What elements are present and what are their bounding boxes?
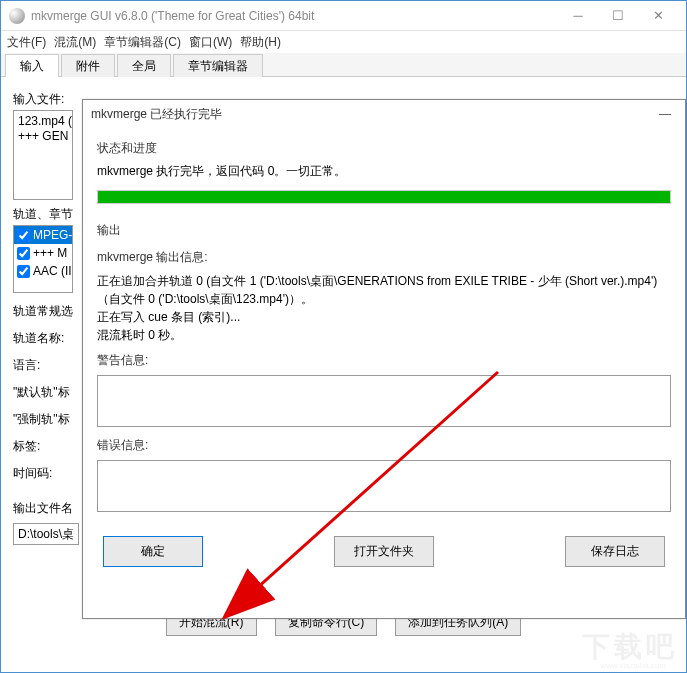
menubar: 文件(F) 混流(M) 章节编辑器(C) 窗口(W) 帮助(H) <box>1 31 686 53</box>
status-section-title: 状态和进度 <box>97 140 671 157</box>
track-checkbox[interactable] <box>17 265 30 278</box>
dialog-title: mkvmerge 已经执行完毕 <box>91 106 653 123</box>
track-label: +++ M <box>33 246 67 260</box>
warning-label: 警告信息: <box>97 352 671 369</box>
tab-attachments[interactable]: 附件 <box>61 54 115 77</box>
minimize-button[interactable]: ─ <box>558 2 598 30</box>
menu-help[interactable]: 帮助(H) <box>240 34 281 51</box>
menu-mux[interactable]: 混流(M) <box>54 34 96 51</box>
menu-chapter[interactable]: 章节编辑器(C) <box>104 34 181 51</box>
menu-window[interactable]: 窗口(W) <box>189 34 232 51</box>
error-box[interactable] <box>97 460 671 512</box>
output-info-label: mkvmerge 输出信息: <box>97 249 671 266</box>
output-line: （自文件 0 ('D:\tools\桌面\123.mp4')）。 <box>97 290 671 308</box>
track-item[interactable]: +++ M <box>14 244 72 262</box>
tracks-list[interactable]: MPEG- +++ M AAC (II <box>13 225 73 293</box>
track-item[interactable]: AAC (II <box>14 262 72 280</box>
track-item[interactable]: MPEG- <box>14 226 72 244</box>
track-checkbox[interactable] <box>17 247 30 260</box>
output-log[interactable]: 正在追加合并轨道 0 (自文件 1 ('D:\tools\桌面\GENERATI… <box>97 272 671 344</box>
menu-file[interactable]: 文件(F) <box>7 34 46 51</box>
input-file-list[interactable]: 123.mp4 ( +++ GEN <box>13 110 73 200</box>
error-label: 错误信息: <box>97 437 671 454</box>
output-line: 正在写入 cue 条目 (索引)... <box>97 308 671 326</box>
output-line: 混流耗时 0 秒。 <box>97 326 671 344</box>
mkvmerge-done-dialog: mkvmerge 已经执行完毕 — 状态和进度 mkvmerge 执行完毕，返回… <box>82 99 686 619</box>
track-label: MPEG- <box>33 228 72 242</box>
progress-bar <box>97 190 671 204</box>
maximize-button[interactable]: ☐ <box>598 2 638 30</box>
file-list-item[interactable]: 123.mp4 ( <box>18 114 68 129</box>
file-list-item[interactable]: +++ GEN <box>18 129 68 144</box>
track-checkbox[interactable] <box>17 229 30 242</box>
open-folder-button[interactable]: 打开文件夹 <box>334 536 434 567</box>
output-line: 正在追加合并轨道 0 (自文件 1 ('D:\tools\桌面\GENERATI… <box>97 272 671 290</box>
tab-chapter-editor[interactable]: 章节编辑器 <box>173 54 263 77</box>
tab-input[interactable]: 输入 <box>5 54 59 77</box>
window-title: mkvmerge GUI v6.8.0 ('Theme for Great Ci… <box>31 9 558 23</box>
output-file-input[interactable]: D:\tools\桌 <box>13 523 79 545</box>
warning-box[interactable] <box>97 375 671 427</box>
watermark-url: www.xiazaiba.com <box>600 661 666 670</box>
close-button[interactable]: ✕ <box>638 2 678 30</box>
output-section-title: 输出 <box>97 222 671 239</box>
app-icon <box>9 8 25 24</box>
ok-button[interactable]: 确定 <box>103 536 203 567</box>
dialog-titlebar: mkvmerge 已经执行完毕 — <box>83 100 685 128</box>
save-log-button[interactable]: 保存日志 <box>565 536 665 567</box>
main-titlebar: mkvmerge GUI v6.8.0 ('Theme for Great Ci… <box>1 1 686 31</box>
dialog-minimize-button[interactable]: — <box>653 107 677 121</box>
status-line: mkvmerge 执行完毕，返回代码 0。一切正常。 <box>97 163 671 180</box>
tab-global[interactable]: 全局 <box>117 54 171 77</box>
tabstrip: 输入 附件 全局 章节编辑器 <box>1 53 686 77</box>
track-label: AAC (II <box>33 264 72 278</box>
